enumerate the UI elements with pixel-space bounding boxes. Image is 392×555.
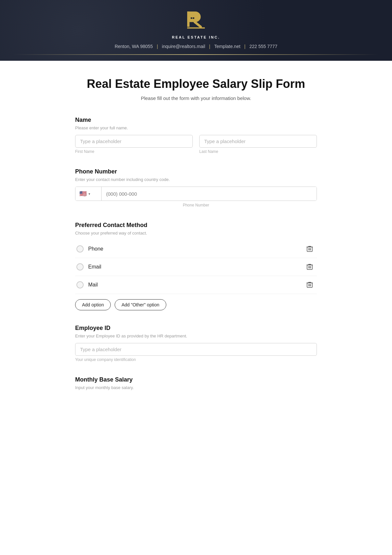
delete-option-button-2[interactable] bbox=[304, 280, 316, 290]
radio-left-1: Email bbox=[76, 263, 101, 270]
last-name-wrapper: Last Name bbox=[199, 135, 317, 154]
add-option-button[interactable]: Add option bbox=[75, 299, 111, 310]
svg-rect-1 bbox=[191, 17, 192, 19]
svg-rect-3 bbox=[187, 27, 205, 29]
header-address: Renton, WA 98055 bbox=[115, 44, 153, 49]
phone-input-row: 🇺🇸 ▾ bbox=[75, 187, 317, 201]
delete-option-button-1[interactable] bbox=[304, 262, 316, 272]
add-other-option-button[interactable]: Add "Other" option bbox=[115, 299, 166, 310]
employee-id-section: Employee ID Enter your Employee ID as pr… bbox=[75, 325, 317, 362]
form-title: Real Estate Employee Salary Slip Form bbox=[75, 77, 317, 91]
us-flag-icon: 🇺🇸 bbox=[79, 190, 87, 197]
last-name-label: Last Name bbox=[199, 149, 317, 154]
name-section-label: Name bbox=[75, 117, 317, 123]
header-email: inquire@realtors.mail bbox=[162, 44, 205, 49]
logo-container: REAL ESTATE INC. bbox=[13, 9, 379, 39]
employee-id-label: Employee ID bbox=[75, 325, 317, 332]
salary-section-hint: Input your monthly base salary. bbox=[75, 385, 317, 390]
chevron-down-icon: ▾ bbox=[89, 192, 90, 196]
salary-section: Monthly Base Salary Input your monthly b… bbox=[75, 376, 317, 390]
radio-circle-2[interactable] bbox=[76, 281, 84, 288]
country-code-selector[interactable]: 🇺🇸 ▾ bbox=[75, 187, 102, 201]
trash-icon-2 bbox=[306, 281, 313, 288]
radio-circle-0[interactable] bbox=[76, 245, 84, 253]
radio-left-0: Phone bbox=[76, 245, 103, 253]
salary-section-label: Monthly Base Salary bbox=[75, 376, 317, 383]
trash-icon-1 bbox=[306, 263, 313, 270]
delete-option-button-0[interactable] bbox=[304, 244, 316, 254]
company-logo bbox=[184, 9, 208, 33]
radio-option-label-0: Phone bbox=[88, 246, 103, 252]
name-section-hint: Please enter your full name. bbox=[75, 125, 317, 130]
last-name-input[interactable] bbox=[199, 135, 317, 148]
page-header: REAL ESTATE INC. Renton, WA 98055 | inqu… bbox=[0, 0, 392, 61]
phone-field-label: Phone Number bbox=[75, 203, 317, 207]
main-content: Real Estate Employee Salary Slip Form Pl… bbox=[56, 61, 336, 424]
header-divider bbox=[13, 54, 379, 55]
contact-method-hint: Choose your preferred way of contact. bbox=[75, 231, 317, 236]
form-subtitle: Please fill out the form with your infor… bbox=[75, 95, 317, 101]
first-name-wrapper: First Name bbox=[75, 135, 193, 154]
employee-id-input-wrapper: Your unique company identification bbox=[75, 343, 317, 362]
contact-method-section: Preferred Contact Method Choose your pre… bbox=[75, 222, 317, 310]
employee-id-input[interactable] bbox=[75, 343, 317, 356]
phone-section: Phone Number Enter your contact number i… bbox=[75, 168, 317, 207]
trash-icon-0 bbox=[306, 245, 313, 253]
radio-left-2: Mail bbox=[76, 281, 98, 288]
employee-id-field-label: Your unique company identification bbox=[75, 357, 317, 362]
sep-2: | bbox=[209, 44, 210, 49]
radio-circle-1[interactable] bbox=[76, 263, 84, 270]
radio-option-row-1: Email bbox=[75, 258, 317, 276]
first-name-label: First Name bbox=[75, 149, 193, 154]
header-phone: 222 555 7777 bbox=[249, 44, 277, 49]
phone-section-label: Phone Number bbox=[75, 168, 317, 175]
radio-option-label-1: Email bbox=[88, 264, 101, 270]
first-name-input[interactable] bbox=[75, 135, 193, 148]
add-options-row: Add option Add "Other" option bbox=[75, 299, 317, 310]
radio-option-label-2: Mail bbox=[88, 282, 98, 288]
header-contact-info: Renton, WA 98055 | inquire@realtors.mail… bbox=[13, 44, 379, 49]
employee-id-hint: Enter your Employee ID as provided by th… bbox=[75, 334, 317, 338]
company-name-text: REAL ESTATE INC. bbox=[172, 35, 220, 39]
svg-rect-2 bbox=[193, 17, 194, 19]
name-section: Name Please enter your full name. First … bbox=[75, 117, 317, 154]
radio-option-row-2: Mail bbox=[75, 276, 317, 294]
phone-section-hint: Enter your contact number including coun… bbox=[75, 177, 317, 182]
sep-3: | bbox=[244, 44, 246, 49]
header-website: Template.net bbox=[214, 44, 240, 49]
phone-number-input[interactable] bbox=[102, 187, 317, 201]
name-input-row: First Name Last Name bbox=[75, 135, 317, 154]
contact-method-label: Preferred Contact Method bbox=[75, 222, 317, 229]
sep-1: | bbox=[157, 44, 158, 49]
radio-option-row-0: Phone bbox=[75, 240, 317, 258]
